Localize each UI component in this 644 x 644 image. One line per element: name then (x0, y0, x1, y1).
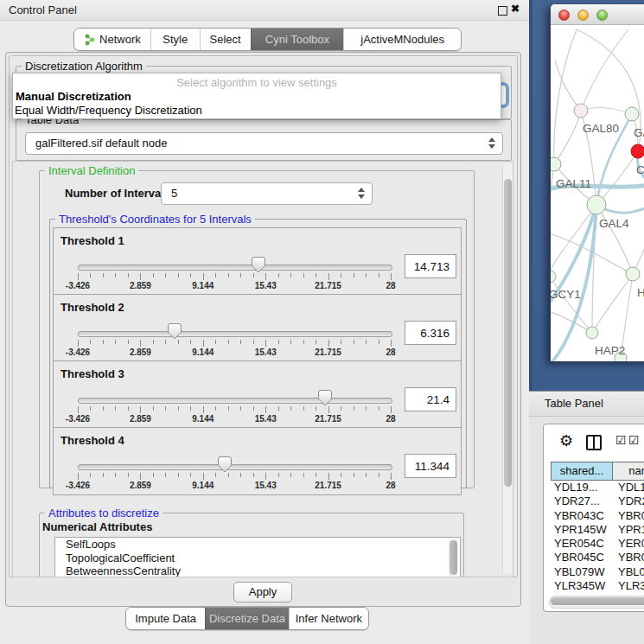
table-row[interactable]: YBL079WYBL079W (551, 565, 644, 579)
table-rows: YDL19...YDL19...YDR27...YDR27...YBR043CY… (551, 481, 644, 603)
table-hscrollbar[interactable] (549, 596, 644, 609)
float-window-icon[interactable] (498, 6, 507, 16)
tab-discretize-data[interactable]: Discretize Data (205, 608, 288, 629)
node-hap2[interactable] (586, 327, 598, 339)
node-ga[interactable] (625, 107, 639, 121)
tick (278, 340, 279, 344)
tab-infer-network[interactable]: Infer Network (289, 608, 368, 629)
node-selected-red[interactable] (631, 144, 644, 158)
tick-label: 15.43 (255, 281, 277, 290)
combo-value: 5 (171, 187, 177, 200)
list-item[interactable]: BetweennessCentrality (55, 564, 460, 577)
tick (366, 473, 367, 477)
threshold-label: Threshold 2 (61, 301, 124, 314)
column-header-name[interactable]: name (613, 462, 644, 481)
zoom-window-icon[interactable] (596, 10, 608, 21)
table-row[interactable]: YDL19...YDL19... (551, 481, 644, 494)
table-cell: YDR27... (613, 494, 644, 508)
table-row[interactable]: YBR043CYBR043C (551, 509, 644, 523)
tick (103, 473, 104, 477)
settings-scrollpane: Interval Definition Number of Intervals … (12, 161, 513, 577)
close-window-icon[interactable] (558, 10, 570, 21)
tick (290, 406, 291, 411)
slider-thumb[interactable] (252, 257, 265, 273)
list-item[interactable]: TopologicalCoefficient (55, 552, 460, 565)
table-row[interactable]: YER054CYER054C (551, 537, 644, 551)
tick-label: 28 (386, 281, 395, 290)
tick (103, 406, 104, 411)
tick-label: 21.715 (315, 481, 341, 490)
tab-label: Style (163, 29, 188, 49)
threshold-value-field[interactable]: 6.316 (405, 321, 456, 345)
tick-label: 21.715 (315, 281, 341, 290)
tick (379, 273, 379, 277)
node-gcy1[interactable] (551, 271, 556, 283)
threshold-value-field[interactable]: 21.4 (405, 387, 456, 411)
table-cell: YBR045C (613, 551, 644, 564)
scrollbar-thumb[interactable] (551, 597, 644, 605)
slider-thumb[interactable] (318, 390, 332, 406)
slider-thumb[interactable] (168, 323, 182, 340)
tab-impute-data[interactable]: Impute Data (126, 608, 205, 629)
apply-button[interactable]: Apply (233, 582, 292, 603)
dropdown-item-manual-discretization[interactable]: Manual Discretization (16, 90, 131, 103)
window-title: Control Panel (9, 3, 77, 16)
tick (240, 473, 241, 477)
tick (278, 473, 279, 477)
scrollbar-thumb[interactable] (504, 179, 512, 487)
tick (140, 273, 141, 280)
table-row[interactable]: YLR345WYLR345W (551, 579, 644, 593)
tick (90, 473, 91, 477)
node-gal80[interactable] (574, 104, 588, 118)
tick-label: 2.859 (130, 348, 151, 357)
node-h[interactable] (626, 267, 640, 281)
split-columns-icon[interactable] (586, 435, 602, 450)
slider-thumb[interactable] (218, 456, 232, 473)
tick (391, 473, 392, 480)
network-nodes (551, 104, 644, 361)
threshold-value-field[interactable]: 11.344 (405, 454, 456, 478)
slider-scale: -3.4262.8599.14415.4321.71528 (78, 473, 391, 494)
settings-scrollbar[interactable] (502, 163, 513, 573)
list-scrollbar[interactable] (449, 539, 458, 576)
tab-jactivemnodules[interactable]: jActiveMNodules (343, 29, 461, 50)
table-row[interactable]: YBR045CYBR045C (551, 551, 644, 564)
tick-label: 28 (386, 414, 395, 424)
table-row[interactable]: YDR27...YDR27... (551, 494, 644, 508)
tick (115, 273, 116, 277)
tick (78, 406, 79, 413)
table-cell: YDL19... (551, 481, 613, 494)
list-item[interactable]: SelfLoops (55, 538, 460, 552)
slider-track[interactable] (78, 265, 392, 271)
tab-cyni-toolbox[interactable]: Cyni Toolbox (251, 29, 344, 50)
gear-icon[interactable]: ⚙ (559, 431, 573, 450)
node-label: H (637, 286, 644, 299)
tab-select[interactable]: Select (200, 29, 251, 50)
tab-network[interactable]: Network (74, 29, 150, 50)
slider-track[interactable] (78, 464, 392, 470)
tick (379, 340, 379, 344)
minimize-window-icon[interactable] (577, 10, 589, 21)
dropdown-item-equal-width-frequency[interactable]: Equal Width/Frequency Discretization (15, 104, 202, 117)
slider-track[interactable] (78, 331, 392, 337)
close-icon[interactable]: ✖ (511, 3, 520, 15)
group-label: Threshold's Coordinates for 5 Intervals (55, 213, 255, 226)
network-canvas[interactable]: GAL80 GA C GAL11 GAL4 GCY1 H HAP2 (551, 25, 644, 361)
slider-track[interactable] (78, 398, 392, 404)
tick-label: 21.715 (315, 348, 341, 357)
table-row[interactable]: YPR145WYPR145W (551, 523, 644, 537)
number-of-intervals-combobox[interactable]: 5 (161, 182, 373, 205)
tick (379, 473, 379, 477)
column-header-shared-name[interactable]: shared... (551, 462, 613, 481)
table-data-combobox[interactable]: galFiltered.sif default node (25, 132, 503, 155)
node-gal11[interactable] (551, 157, 561, 171)
tick (128, 406, 129, 411)
threshold-value-field[interactable]: 14.713 (405, 254, 456, 278)
table-cell: YBR045C (551, 551, 613, 564)
tab-label: Infer Network (296, 609, 362, 628)
checkbox-icon[interactable]: ☑ (628, 433, 640, 447)
tab-style[interactable]: Style (150, 29, 200, 50)
node-gal4[interactable] (587, 195, 606, 214)
screen: Control Panel ✖ Network Style Select Cyn… (0, 0, 644, 644)
checkbox-icon[interactable]: ☑ (615, 433, 627, 447)
